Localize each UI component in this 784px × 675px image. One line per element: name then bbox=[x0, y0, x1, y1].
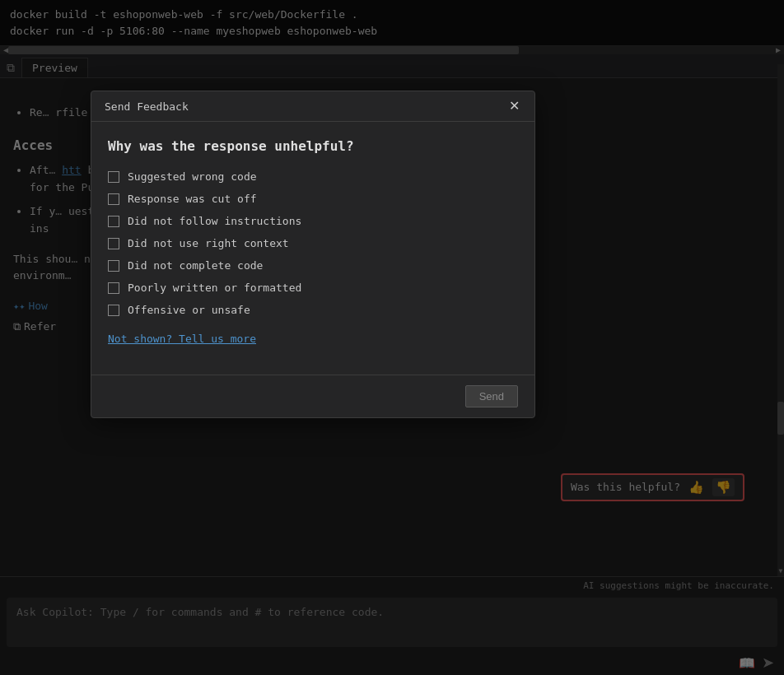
dialog-header: Send Feedback ✕ bbox=[91, 91, 534, 122]
checkbox-label-incomplete: Did not complete code bbox=[128, 259, 263, 272]
checkbox-item-cut-off[interactable]: Response was cut off bbox=[108, 193, 518, 205]
dialog-close-button[interactable]: ✕ bbox=[507, 100, 521, 113]
checkbox-box-no-instructions[interactable] bbox=[108, 216, 119, 227]
send-feedback-dialog: Send Feedback ✕ Why was the response unh… bbox=[91, 91, 535, 418]
checkbox-item-wrong-code[interactable]: Suggested wrong code bbox=[108, 170, 518, 183]
checkbox-box-no-context[interactable] bbox=[108, 238, 119, 249]
checkbox-item-no-context[interactable]: Did not use right context bbox=[108, 237, 518, 249]
checkbox-label-no-instructions: Did not follow instructions bbox=[128, 215, 301, 227]
send-feedback-button[interactable]: Send bbox=[465, 385, 518, 407]
checkbox-label-offensive: Offensive or unsafe bbox=[128, 304, 250, 316]
checkbox-label-poorly-written: Poorly written or formatted bbox=[128, 282, 301, 294]
checkbox-box-poorly-written[interactable] bbox=[108, 282, 119, 294]
checkbox-box-incomplete[interactable] bbox=[108, 260, 119, 272]
checkbox-item-no-instructions[interactable]: Did not follow instructions bbox=[108, 215, 518, 227]
checkbox-item-poorly-written[interactable]: Poorly written or formatted bbox=[108, 282, 518, 294]
dialog-question: Why was the response unhelpful? bbox=[108, 138, 518, 154]
checkbox-group: Suggested wrong codeResponse was cut off… bbox=[108, 170, 518, 316]
dialog-title: Send Feedback bbox=[105, 100, 189, 113]
checkbox-label-cut-off: Response was cut off bbox=[128, 193, 257, 205]
tell-more-link[interactable]: Not shown? Tell us more bbox=[108, 333, 518, 345]
checkbox-item-incomplete[interactable]: Did not complete code bbox=[108, 259, 518, 272]
dialog-body: Why was the response unhelpful? Suggeste… bbox=[91, 122, 534, 375]
checkbox-box-cut-off[interactable] bbox=[108, 193, 119, 205]
checkbox-label-wrong-code: Suggested wrong code bbox=[128, 170, 257, 183]
checkbox-item-offensive[interactable]: Offensive or unsafe bbox=[108, 304, 518, 316]
checkbox-box-wrong-code[interactable] bbox=[108, 171, 119, 183]
checkbox-box-offensive[interactable] bbox=[108, 305, 119, 316]
checkbox-label-no-context: Did not use right context bbox=[128, 237, 289, 249]
dialog-footer: Send bbox=[91, 375, 534, 417]
